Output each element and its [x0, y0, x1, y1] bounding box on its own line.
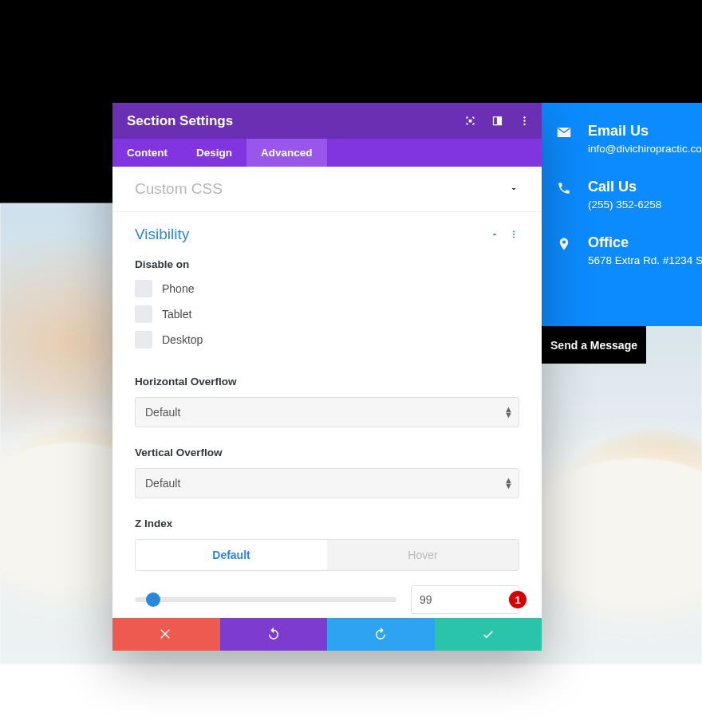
save-button[interactable] [435, 618, 542, 651]
section-custom-css-header[interactable]: Custom CSS [112, 167, 542, 211]
tab-advanced[interactable]: Advanced [246, 139, 327, 167]
zindex-label: Z Index [135, 517, 519, 529]
vertical-overflow-label: Vertical Overflow [135, 447, 519, 458]
contact-call-title: Call Us [588, 179, 702, 195]
modal-body: Custom CSS Visibility Di [112, 167, 542, 617]
select-stepper-icon: ▲▼ [504, 407, 513, 418]
tab-design[interactable]: Design [182, 139, 246, 167]
phone-icon [556, 181, 572, 197]
redo-button[interactable] [327, 618, 435, 651]
zindex-hover-tab[interactable]: Hover [327, 540, 519, 570]
section-options-icon[interactable] [508, 229, 519, 240]
email-icon [556, 125, 572, 141]
zindex-default-tab[interactable]: Default [136, 540, 327, 570]
horizontal-overflow-value: Default [145, 406, 180, 419]
disable-phone-checkbox[interactable] [135, 280, 152, 297]
modal-menu-icon[interactable] [518, 115, 530, 128]
disable-tablet-label: Tablet [162, 308, 191, 321]
vertical-overflow-select[interactable]: Default ▲▼ [135, 468, 519, 498]
contact-panel: Email Us info@divichiropractic.com Call … [542, 103, 702, 326]
disable-desktop-checkbox[interactable] [135, 331, 152, 348]
section-custom-css-title: Custom CSS [135, 180, 500, 198]
select-stepper-icon: ▲▼ [504, 478, 513, 489]
location-pin-icon [556, 237, 572, 253]
contact-email-title: Email Us [588, 123, 702, 140]
contact-office-item: Office 5678 Extra Rd. #1234 San [542, 234, 702, 281]
vertical-overflow-value: Default [145, 477, 180, 490]
contact-email-item: Email Us info@divichiropractic.com [542, 123, 702, 179]
horizontal-overflow-label: Horizontal Overflow [135, 376, 519, 388]
disable-tablet-checkbox[interactable] [135, 305, 152, 323]
tab-content[interactable]: Content [112, 139, 182, 167]
svg-point-1 [523, 120, 526, 122]
zindex-value-input[interactable]: 99 1 [411, 585, 519, 614]
horizontal-overflow-select[interactable]: Default ▲▼ [135, 397, 519, 427]
section-visibility-header[interactable]: Visibility [112, 212, 542, 257]
contact-office-title: Office [588, 234, 702, 251]
modal-footer [112, 618, 542, 651]
modal-title: Section Settings [127, 113, 463, 129]
send-message-label: Send a Message [550, 339, 637, 352]
contact-email-value: info@divichiropractic.com [588, 143, 702, 155]
redo-icon [373, 627, 388, 641]
contact-call-item: Call Us (255) 352-6258 [542, 179, 702, 234]
modal-tabs: Content Design Advanced [112, 139, 542, 167]
svg-point-2 [523, 124, 526, 126]
section-settings-modal: Section Settings Content Design Advanced [112, 103, 542, 651]
check-icon [481, 627, 495, 641]
modal-header[interactable]: Section Settings [112, 103, 542, 139]
expand-modal-icon[interactable] [491, 115, 503, 128]
zindex-state-toggle: Default Hover [135, 539, 519, 571]
zindex-slider[interactable] [135, 597, 396, 602]
disable-on-label: Disable on [135, 258, 519, 270]
snap-to-modal-icon[interactable] [463, 115, 476, 128]
disable-desktop-label: Desktop [162, 333, 203, 346]
annotation-marker-1: 1 [509, 591, 526, 608]
undo-button[interactable] [220, 618, 328, 651]
svg-point-3 [513, 231, 515, 233]
chevron-down-icon [508, 183, 519, 195]
send-message-button[interactable]: Send a Message [542, 326, 646, 364]
svg-point-0 [523, 116, 526, 119]
contact-office-value: 5678 Extra Rd. #1234 San [588, 254, 702, 266]
close-icon [159, 627, 173, 641]
svg-point-5 [513, 237, 515, 238]
zindex-value: 99 [420, 593, 432, 606]
zindex-slider-thumb[interactable] [146, 592, 160, 607]
svg-point-4 [513, 234, 515, 235]
disable-phone-label: Phone [162, 282, 194, 295]
chevron-up-icon [489, 229, 500, 240]
section-visibility-title: Visibility [135, 226, 481, 243]
undo-icon [266, 627, 281, 641]
cancel-button[interactable] [112, 618, 220, 651]
contact-call-value: (255) 352-6258 [588, 199, 702, 211]
